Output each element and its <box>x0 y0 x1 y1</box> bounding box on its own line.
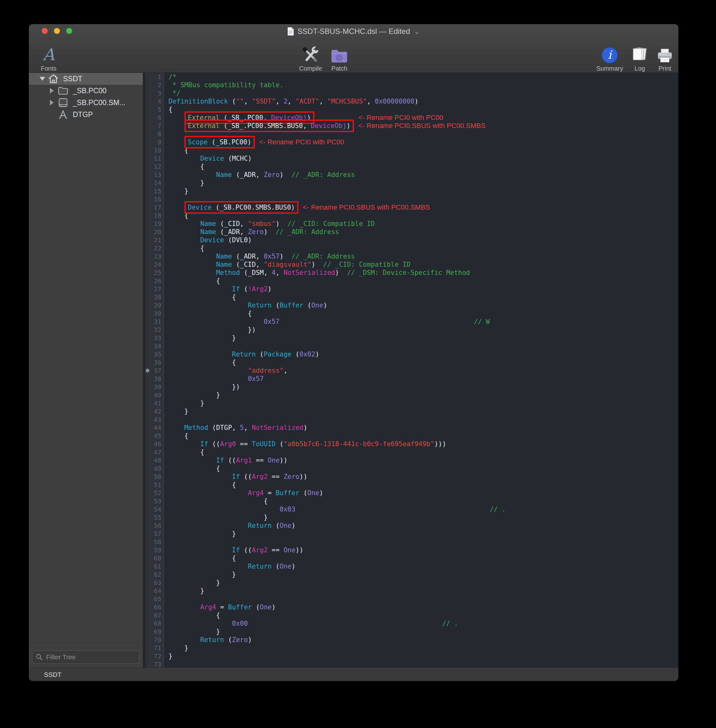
code-line[interactable]: 59 If ((Arg2 == One)) <box>145 546 678 554</box>
code-line[interactable]: 11 Device (MCHC) <box>145 155 678 162</box>
code-line[interactable]: 38 0x57 <box>145 375 678 383</box>
code-token <box>168 375 248 382</box>
code-line[interactable]: 56 Return (One) <box>145 522 678 530</box>
code-line[interactable]: 24 Name (_CID, "diagsvault") // _CID: Co… <box>145 261 678 268</box>
window-title: SSDT-SBUS-MCHC.dsl — Edited <box>297 27 410 36</box>
code-line[interactable]: 58 <box>145 538 678 546</box>
code-line[interactable]: 48 If ((Arg1 == One)) <box>145 456 678 464</box>
summary-button[interactable]: i Summary <box>596 43 623 73</box>
code-line[interactable]: 14 } <box>145 179 678 187</box>
log-button[interactable]: Log <box>631 43 648 73</box>
code-token <box>168 620 232 627</box>
code-line[interactable]: 7 External (_SB_.PC00.SMBS.BUS0, DeviceO… <box>145 122 678 130</box>
code-line[interactable]: 49 { <box>145 464 678 473</box>
code-line[interactable]: 25 Method (_DSM, 4, NotSerialized) // _D… <box>145 268 678 277</box>
code-line[interactable]: 73 <box>145 660 678 667</box>
code-line[interactable]: 15 } <box>145 187 678 195</box>
code-token: (_ADR, <box>216 228 248 236</box>
code-token: ( <box>228 98 236 105</box>
code-line[interactable]: 26 { <box>145 277 678 285</box>
code-line[interactable]: 35 Return (Package (0x02) <box>145 350 678 358</box>
gutter-cell: 70 <box>145 636 164 644</box>
print-button[interactable]: Print <box>656 43 674 73</box>
code-line[interactable]: 30 { <box>145 309 678 317</box>
code-line[interactable]: 60 { <box>145 554 678 562</box>
code-line[interactable]: 41 } <box>145 399 678 407</box>
code-line[interactable]: 33 } <box>145 334 678 342</box>
sidebar-item-dtgp[interactable]: DTGP <box>29 109 143 120</box>
code-line[interactable]: 9 Scope (_SB.PC00)<- Rename PCI0 with PC… <box>145 138 678 146</box>
code-token: } <box>168 587 204 595</box>
code-line[interactable]: 2 * SMBus compatibility table. <box>145 81 678 89</box>
code-line[interactable]: 44 Method (DTGP, 5, NotSerialized) <box>145 424 678 432</box>
code-line[interactable]: 21 Device (DVL0) <box>145 236 678 244</box>
code-line[interactable]: 69 } <box>145 628 678 636</box>
code-line[interactable]: 45 { <box>145 432 678 440</box>
code-token: ( <box>224 636 232 644</box>
disclosure-collapsed-icon[interactable] <box>50 88 54 94</box>
sidebar-item-sb-pc00-smbs[interactable]: _SB.PC00.SM... <box>29 97 143 109</box>
titlebar[interactable]: SSDT-SBUS-MCHC.dsl — Edited ⌄ <box>29 24 678 37</box>
code-line[interactable]: 34 <box>145 342 678 350</box>
code-line[interactable]: 68 0x00 // . <box>145 619 678 628</box>
code-line[interactable]: 28 { <box>145 293 678 301</box>
disclosure-expanded-icon[interactable] <box>39 77 45 80</box>
sidebar-editor-divider[interactable] <box>143 73 145 667</box>
code-line[interactable]: 66 Arg4 = Buffer (One) <box>145 603 678 611</box>
code-line[interactable]: 12 { <box>145 162 678 171</box>
code-editor[interactable]: 1/*2 * SMBus compatibility table.3 */4De… <box>145 73 678 667</box>
code-line[interactable]: 55 } <box>145 513 678 522</box>
code-line[interactable]: 64 } <box>145 587 678 595</box>
code-line[interactable]: 20 Name (_ADR, Zero) // _ADR: Address <box>145 228 678 236</box>
code-line[interactable]: 54 0x03 // . <box>145 505 678 513</box>
code-line[interactable]: 42 } <box>145 407 678 416</box>
code-line[interactable]: 37 "address", <box>145 367 678 375</box>
disclosure-collapsed-icon[interactable] <box>50 100 54 105</box>
code-line[interactable]: 32 }) <box>145 326 678 334</box>
code-token: Return <box>248 522 272 529</box>
code-line[interactable]: 65 <box>145 595 678 603</box>
code-line[interactable]: 70 Return (Zero) <box>145 636 678 644</box>
code-line[interactable]: 67 { <box>145 611 678 619</box>
code-line[interactable]: 17 Device (_SB.PC00.SMBS.BUS0)<- Rename … <box>145 203 678 211</box>
code-line[interactable]: 19 Name (_CID, "smbus") // _CID: Compati… <box>145 220 678 228</box>
code-line[interactable]: 72} <box>145 652 678 660</box>
code-line[interactable]: 43 <box>145 416 678 424</box>
code-line[interactable]: 62 } <box>145 570 678 579</box>
code-token: One <box>260 604 272 611</box>
code-line[interactable]: 46 If ((Arg0 == ToUUID ("a0b5b7c6-1318-4… <box>145 440 678 448</box>
code-line[interactable]: 4DefinitionBlock ("", "SSDT", 2, "ACDT",… <box>145 97 678 105</box>
code-line[interactable]: 39 }) <box>145 383 678 391</box>
fonts-button[interactable]: A Fonts <box>41 43 56 73</box>
code-line[interactable]: 47 { <box>145 448 678 456</box>
code-line[interactable]: 71 } <box>145 644 678 652</box>
sidebar-item-ssdt[interactable]: SSDT <box>29 73 143 85</box>
code-token: // _ADR: Address <box>276 228 339 236</box>
filter-tree-input[interactable] <box>32 651 140 664</box>
code-token: { <box>168 611 220 619</box>
code-line[interactable]: 50 If ((Arg2 == Zero)) <box>145 473 678 481</box>
code-line[interactable]: 36 { <box>145 358 678 367</box>
code-token: (DTGP, <box>208 424 240 431</box>
code-token: "ACDT" <box>296 98 319 105</box>
code-line[interactable]: 57 } <box>145 530 678 538</box>
code-line[interactable]: 63 } <box>145 579 678 587</box>
code-line[interactable]: 40 } <box>145 391 678 399</box>
compile-button[interactable]: Compile <box>299 43 322 73</box>
code-line[interactable]: 51 { <box>145 481 678 489</box>
sidebar-item-sb-pc00[interactable]: _SB.PC00 <box>29 85 143 97</box>
code-line[interactable]: 52 Arg4 = Buffer (One) <box>145 489 678 497</box>
code-line[interactable]: 61 Return (One) <box>145 562 678 570</box>
code-line[interactable]: 23 Name (_ADR, 0x57) // _ADR: Address <box>145 252 678 261</box>
code-line[interactable]: 27 If (!Arg2) <box>145 285 678 293</box>
code-line[interactable]: 1/* <box>145 73 678 81</box>
title-menu-chevron[interactable]: ⌄ <box>414 27 420 36</box>
code-token: (_ADR, <box>232 253 264 260</box>
code-line[interactable]: 13 Name (_ADR, Zero) // _ADR: Address <box>145 171 678 179</box>
code-line[interactable]: 29 Return (Buffer (One) <box>145 301 678 309</box>
code-line[interactable]: 22 { <box>145 244 678 252</box>
code-line[interactable]: 53 { <box>145 497 678 505</box>
patch-button[interactable]: Patch <box>331 43 349 73</box>
code-line[interactable]: 31 0x57 // W <box>145 317 678 326</box>
code-line[interactable]: 3 */ <box>145 89 678 97</box>
